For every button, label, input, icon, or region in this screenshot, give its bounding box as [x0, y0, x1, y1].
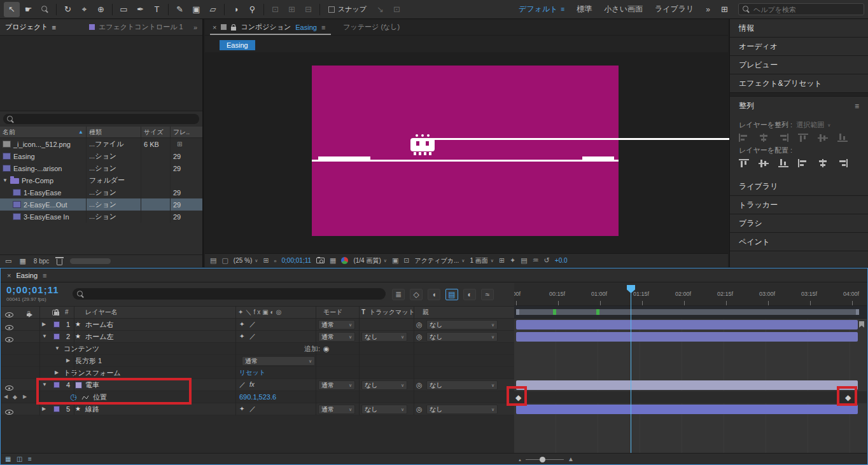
- parent-pickwhip-icon[interactable]: ◎: [416, 331, 423, 342]
- layer-bar-5[interactable]: [516, 405, 858, 414]
- eye-icon[interactable]: [5, 325, 13, 330]
- exposure-value[interactable]: +0.0: [555, 257, 568, 264]
- parent-pickwhip-icon[interactable]: ◎: [416, 379, 423, 391]
- motion-blur-icon[interactable]: ◐: [463, 289, 476, 300]
- layer-bar-1[interactable]: [516, 320, 858, 330]
- toggle-transfer-controls-icon[interactable]: ◫: [17, 455, 22, 462]
- effects-switch-icon[interactable]: fx: [249, 379, 255, 391]
- zoom-in-frames-icon[interactable]: ▲: [568, 455, 574, 462]
- shape-group-name[interactable]: 長方形 1: [75, 355, 102, 366]
- rectangle-tool[interactable]: ▭: [116, 2, 132, 17]
- label-color-swatch[interactable]: [53, 382, 60, 388]
- comp-mini-flowchart-icon[interactable]: ≣: [392, 289, 405, 300]
- group-row-contents[interactable]: ▼ コンテンツ 追加: ◉: [1, 343, 514, 355]
- eye-icon[interactable]: [5, 385, 13, 391]
- view-layout-select[interactable]: 1 画面 ∨: [470, 256, 493, 265]
- project-row-comp[interactable]: Easing ...ション 29: [0, 150, 202, 162]
- project-search-field[interactable]: [3, 114, 199, 124]
- new-folder-icon[interactable]: ▭: [5, 257, 11, 265]
- unified-camera-tool[interactable]: ⌖: [76, 2, 92, 17]
- project-row-comp[interactable]: 1-EasyEase ...ション 29: [0, 186, 202, 198]
- mask-visibility-icon[interactable]: ▫: [274, 257, 277, 265]
- label-color-swatch[interactable]: [53, 321, 60, 328]
- panel-tab-align[interactable]: 整列 ≡: [730, 97, 868, 115]
- tab-effect-controls[interactable]: エフェクトコントロール 1: [99, 22, 183, 32]
- world-axis-mode-icon[interactable]: ⊞: [284, 2, 300, 17]
- camera-select[interactable]: アクティブカ... ∨: [415, 256, 465, 265]
- fast-previews-icon[interactable]: ✦: [510, 256, 515, 265]
- align-top-icon[interactable]: [798, 134, 808, 142]
- parent-select[interactable]: なし∨: [426, 320, 498, 330]
- snap-checkbox[interactable]: [328, 6, 335, 13]
- local-axis-mode-icon[interactable]: ⊡: [267, 2, 283, 17]
- collapse-switch-icon[interactable]: ✦: [239, 403, 244, 415]
- group-row-rectangle[interactable]: ▶ 長方形 1 通常∨: [1, 355, 514, 367]
- quality-switch-icon[interactable]: ／: [249, 331, 256, 342]
- zoom-tool[interactable]: [37, 2, 53, 17]
- magnification-select[interactable]: (25 %) ∨: [234, 257, 258, 264]
- label-color-swatch[interactable]: [53, 406, 60, 412]
- flowchart-button-icon[interactable]: ♒: [533, 256, 539, 265]
- property-row-position[interactable]: ◀ ◆ ▶ ◷ 位置 690.1,523.6: [1, 391, 514, 403]
- work-area-range[interactable]: [516, 309, 859, 315]
- project-panel-menu-icon[interactable]: ≡: [52, 24, 56, 31]
- track-matte-select[interactable]: なし∨: [361, 405, 407, 414]
- monitor-icon[interactable]: ▢: [221, 256, 228, 265]
- layer-name[interactable]: 電車: [85, 379, 99, 391]
- eraser-tool[interactable]: ▱: [205, 2, 221, 17]
- project-row-comp[interactable]: 3-EasyEase In ...ション 29: [0, 211, 202, 223]
- close-tab-icon[interactable]: ×: [7, 272, 11, 279]
- composition-navigator-tag[interactable]: Easing: [220, 40, 255, 50]
- timeline-search-input[interactable]: [88, 291, 381, 298]
- eye-icon[interactable]: [5, 337, 13, 342]
- expander-icon[interactable]: ▶: [42, 319, 46, 330]
- property-name-position[interactable]: 位置: [93, 391, 107, 403]
- keyframe-start[interactable]: ◆: [514, 392, 524, 403]
- puppet-pin-tool[interactable]: ⚲: [244, 2, 260, 17]
- project-table-header[interactable]: 名前 ▲ 種類 サイズ フレ..: [0, 127, 202, 138]
- blend-mode-select[interactable]: 通常∨: [318, 405, 355, 414]
- blend-mode-select[interactable]: 通常∨: [318, 332, 355, 342]
- timeline-graph-area[interactable]: 0:00f 00:15f 01:00f 01:15f 02:00f 02:15f…: [514, 283, 867, 453]
- distribute-top-icon[interactable]: [739, 159, 749, 167]
- panel-tab-info[interactable]: 情報: [730, 19, 868, 38]
- tab-composition-label[interactable]: コンポジション: [241, 22, 291, 32]
- keyframe-end[interactable]: ◆: [842, 392, 854, 403]
- panel-tab-brushes[interactable]: ブラシ: [730, 214, 868, 233]
- quality-switch-icon[interactable]: ／: [239, 379, 246, 391]
- expander-icon[interactable]: ▶: [66, 355, 70, 366]
- blend-mode-select[interactable]: 通常∨: [318, 320, 355, 330]
- graph-editor-icon[interactable]: ≈: [481, 289, 494, 300]
- pen-tool[interactable]: ✒: [132, 2, 148, 17]
- group-row-transform[interactable]: ▶ トランスフォーム リセット: [1, 367, 514, 379]
- layer-bar-2[interactable]: [516, 332, 858, 342]
- timeline-button-icon[interactable]: ▤: [521, 256, 527, 265]
- close-tab-icon[interactable]: ×: [213, 24, 216, 31]
- timeline-zoom-slider[interactable]: [526, 459, 564, 460]
- timeline-zoom-control[interactable]: ▲▲: [518, 455, 574, 462]
- draft-3d-icon[interactable]: ◇: [410, 289, 423, 300]
- rotation-tool[interactable]: ↻: [60, 2, 76, 17]
- workspace-overflow-button[interactable]: »: [700, 5, 716, 14]
- panel-tab-effects-presets[interactable]: エフェクト&プリセット: [730, 74, 868, 93]
- zoom-out-frames-icon[interactable]: ▲: [518, 458, 522, 462]
- next-keyframe-icon[interactable]: ▶: [23, 391, 27, 403]
- time-ruler[interactable]: 0:00f 00:15f 01:00f 01:15f 02:00f 02:15f…: [514, 283, 867, 306]
- reset-exposure-icon[interactable]: ↺: [544, 256, 550, 265]
- pan-behind-tool[interactable]: ⊕: [93, 2, 109, 17]
- expander-icon[interactable]: ▼: [55, 343, 60, 354]
- quality-switch-icon[interactable]: ／: [249, 319, 256, 330]
- project-row-folder[interactable]: ▼ Pre-Comp フォルダー: [0, 174, 202, 186]
- expander-icon[interactable]: ▼: [42, 331, 47, 342]
- tab-project[interactable]: プロジェクト: [5, 22, 48, 32]
- channel-display-icon[interactable]: [341, 257, 348, 264]
- label-color-swatch[interactable]: [53, 333, 60, 340]
- layer-row-2[interactable]: ▼ 2 ★ ホーム左 ✦ ／ 通常∨ なし∨ ◎ なし∨: [1, 331, 514, 343]
- layer-row-4-train[interactable]: ▼ 4 電車 ／ fx 通常∨ なし∨ ◎ なし∨: [1, 379, 514, 391]
- region-of-interest-icon[interactable]: ▣: [392, 256, 398, 265]
- timeline-zoom-knob[interactable]: [540, 457, 545, 462]
- parent-select[interactable]: なし∨: [426, 380, 498, 390]
- layer-bar-4-selected[interactable]: [516, 380, 858, 390]
- current-time-indicator-line[interactable]: [631, 286, 631, 453]
- composition-viewer[interactable]: [205, 52, 728, 253]
